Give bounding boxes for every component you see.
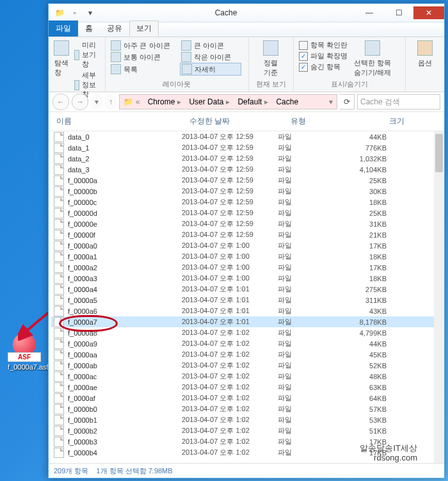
file-row[interactable]: f_0000af2013-04-07 오후 1:02파일64KB [51,393,442,404]
tab-share[interactable]: 공유 [100,20,129,37]
file-icon [54,350,64,360]
file-row[interactable]: f_0000b22013-04-07 오후 1:02파일51KB [51,425,442,436]
header-size[interactable]: 크기 [332,115,407,128]
file-icon [54,252,64,262]
file-row[interactable]: f_0000a22013-04-07 오후 1:00파일17KB [51,262,442,273]
file-icon [54,273,64,284]
header-name[interactable]: 이름 [54,115,187,128]
file-name: data_3 [68,166,90,174]
options-button[interactable]: 옵션 [410,40,440,69]
close-button[interactable]: ✕ [413,6,444,19]
header-date[interactable]: 수정한 날짜 [187,115,288,128]
sort-group-label: 현재 보기 [253,79,289,89]
tab-home[interactable]: 홈 [78,20,100,37]
bc-userdata[interactable]: User Data▸ [185,95,234,109]
header-type[interactable]: 유형 [288,115,332,128]
file-size: 4,104KB [316,166,387,174]
scrollbar-thumb[interactable] [435,134,443,172]
file-row[interactable]: data_12013-04-07 오후 12:59파일776KB [51,142,442,153]
up-button[interactable]: ↑ [105,94,116,110]
bc-cache[interactable]: Cache [272,95,302,109]
file-row[interactable]: data_02013-04-07 오후 12:59파일44KB [51,131,442,142]
layout-xlarge[interactable]: 아주 큰 아이콘 [109,40,180,51]
back-button[interactable]: ← [52,94,69,110]
file-icon [54,448,64,458]
layout-list[interactable]: 목록 [109,63,180,76]
hide-selected-button[interactable]: 선택한 항목 숨기기/해제 [353,40,392,78]
file-row[interactable]: f_00000d2013-04-07 오후 12:59파일25KB [51,208,442,218]
file-row[interactable]: f_00000e2013-04-07 오후 12:59파일31KB [51,218,442,229]
file-row[interactable]: f_00000f2013-04-07 오후 12:59파일21KB [51,229,442,240]
sort-button[interactable]: 정렬 기준 [253,40,289,78]
address-dropdown-icon[interactable]: ▾ [325,97,337,106]
minimize-button[interactable]: — [355,6,384,19]
file-size: 44KB [316,340,387,348]
desktop-file-icon[interactable]: ASF f_0000a7.asf [8,333,41,371]
file-row[interactable]: f_0000a12013-04-07 오후 1:00파일18KB [51,251,442,262]
file-row[interactable]: f_00000c2013-04-07 오후 12:59파일18KB [51,197,442,208]
address-bar[interactable]: 📁« Chrome▸ User Data▸ Default▸ Cache ▾ [119,94,337,110]
forward-button[interactable]: → [72,94,88,110]
file-row[interactable]: f_0000a62013-04-07 오후 1:01파일43KB [51,306,442,316]
tab-file[interactable]: 파일 [49,20,78,37]
file-row[interactable]: f_0000a32013-04-07 오후 1:00파일18KB [51,273,442,284]
file-row[interactable]: f_0000ae2013-04-07 오후 1:02파일63KB [51,382,442,393]
preview-pane-button[interactable]: 미리 보기 창 [73,40,101,70]
file-date: 2013-04-07 오후 1:02 [182,328,278,338]
file-name: f_0000b2 [68,427,97,435]
file-type: 파일 [278,361,316,370]
refresh-button[interactable]: ⟳ [340,94,355,110]
nav-pane-button[interactable]: 탐색 창 [52,40,70,100]
file-type: 파일 [278,186,316,196]
layout-medium[interactable]: 보통 아이콘 [109,51,180,63]
folder-icon[interactable]: 📁 [52,6,67,19]
file-row[interactable]: f_0000b12013-04-07 오후 1:02파일53KB [51,414,442,425]
file-row[interactable]: f_0000a02013-04-07 오후 1:00파일17KB [51,240,442,251]
file-row[interactable]: f_00000b2013-04-07 오후 12:59파일30KB [51,186,442,197]
scrollbar[interactable] [434,131,444,463]
file-row[interactable]: f_0000a52013-04-07 오후 1:01파일311KB [51,295,442,306]
layout-details[interactable]: 자세히 [180,63,241,76]
history-dropdown[interactable]: ▾ [91,94,102,110]
titlebar[interactable]: 📁 ▫ ▾ Cache — ☐ ✕ [49,4,444,22]
file-row[interactable]: f_00000a2013-04-07 오후 12:59파일25KB [51,175,442,186]
file-date: 2013-04-07 오후 1:00 [182,273,278,283]
file-row[interactable]: f_0000a92013-04-07 오후 1:02파일44KB [51,338,442,349]
search-input[interactable]: Cache 검색 [357,94,440,110]
qat-dropdown-icon[interactable]: ▾ [83,6,97,19]
file-row[interactable]: f_0000ac2013-04-07 오후 1:02파일48KB [51,371,442,382]
qat-icon[interactable]: ▫ [68,6,82,19]
file-list[interactable]: data_02013-04-07 오후 12:59파일44KBdata_1201… [49,131,444,463]
status-bar: 209개 항목 1개 항목 선택함 7.98MB [49,463,444,478]
file-date: 2013-04-07 오후 12:59 [182,219,278,229]
checkboxes-toggle[interactable]: 항목 확인란 [298,40,349,51]
breadcrumb-root-icon: 📁 [124,97,133,106]
file-name: f_0000b4 [68,449,97,457]
file-date: 2013-04-07 오후 1:02 [182,350,278,359]
hidden-toggle[interactable]: ✓숨긴 항목 [298,61,349,72]
file-row[interactable]: f_0000ab2013-04-07 오후 1:02파일52KB [51,360,442,371]
bc-chrome[interactable]: Chrome▸ [144,95,186,109]
file-date: 2013-04-07 오후 12:59 [182,175,278,185]
bc-default[interactable]: Default▸ [234,95,272,109]
file-row[interactable]: f_0000a82013-04-07 오후 1:02파일4,799KB [51,327,442,338]
file-row[interactable]: data_32013-04-07 오후 12:59파일4,104KB [51,164,442,175]
tab-view[interactable]: 보기 [129,20,159,37]
file-icon [54,382,64,393]
file-row[interactable]: data_22013-04-07 오후 12:59파일1,032KB [51,153,442,164]
file-name: f_00000b [68,188,97,195]
file-row[interactable]: f_0000b02013-04-07 오후 1:02파일57KB [51,404,442,414]
extensions-toggle[interactable]: ✓파일 확장명 [298,51,349,61]
file-icon [54,317,64,327]
layout-small[interactable]: 작은 아이콘 [180,51,240,63]
desktop-file-label: f_0000a7.asf [8,363,41,371]
file-name: f_0000a7 [68,318,97,326]
file-icon [54,165,64,175]
file-size: 18KB [316,199,387,206]
file-name: f_0000a1 [68,253,97,261]
file-row[interactable]: f_0000a42013-04-07 오후 1:01파일275KB [51,284,442,295]
layout-large[interactable]: 큰 아이콘 [180,40,240,51]
file-row[interactable]: f_0000aa2013-04-07 오후 1:02파일45KB [51,349,442,360]
file-row[interactable]: f_0000a72013-04-07 오후 1:01파일8,178KB [51,316,442,327]
maximize-button[interactable]: ☐ [384,6,413,19]
